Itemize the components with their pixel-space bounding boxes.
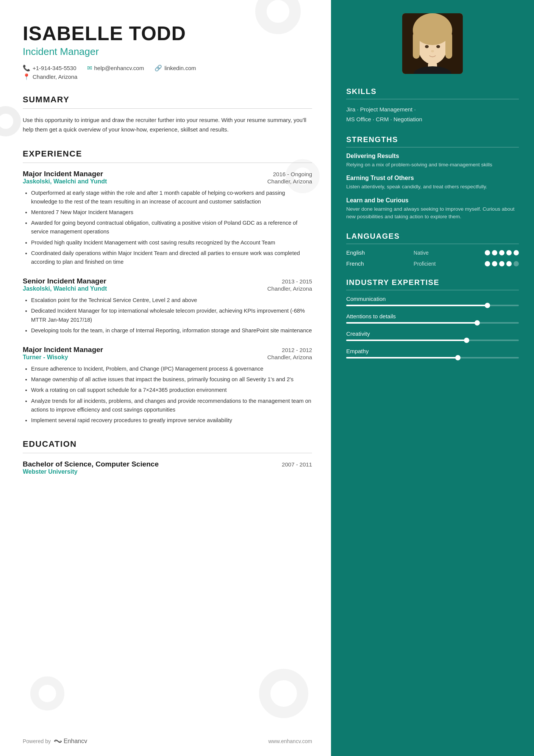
edu-dates: 2007 - 2011 <box>282 461 312 468</box>
deco-arc-bottom-right <box>259 669 308 718</box>
strength-2-title: Earning Trust of Others <box>346 175 519 182</box>
svg-point-10 <box>431 50 434 52</box>
job-1-company: Jaskolski, Waelchi and Yundt <box>23 178 107 185</box>
location-icon: 📍 <box>23 73 30 80</box>
enhancv-logo: Enhancv <box>54 738 87 745</box>
languages-title: LANGUAGES <box>346 232 519 244</box>
summary-title: SUMMARY <box>23 95 312 109</box>
job-2-company-row: Jaskolski, Waelchi and Yundt Chandler, A… <box>23 285 312 292</box>
lang-french-level: Proficient <box>414 261 448 267</box>
expertise-creativity-label: Creativity <box>346 330 519 337</box>
email-icon: ✉ <box>87 64 92 72</box>
skills-line-2: MS Office · CRM · Negotiation <box>346 114 519 124</box>
phone-number: +1-914-345-5530 <box>33 65 77 71</box>
expertise-communication-bar-bg <box>346 305 519 306</box>
expertise-section: INDUSTRY EXPERTISE Communication Attenti… <box>346 278 519 358</box>
edu-school: Webster University <box>23 468 312 475</box>
bullet-item: Coordinated daily operations within Majo… <box>31 249 312 266</box>
bullet-item: Mentored 7 New Major Incident Managers <box>31 208 312 217</box>
expertise-communication: Communication <box>346 296 519 306</box>
dot-2 <box>492 261 497 266</box>
job-3-title: Major Incident Manager <box>23 346 103 354</box>
job-3: Major Incident Manager 2012 - 2012 Turne… <box>23 346 312 425</box>
logo-icon <box>54 738 62 745</box>
expertise-attention: Attentions to details <box>346 313 519 324</box>
svg-point-9 <box>436 45 440 48</box>
expertise-empathy-bar-fill <box>346 357 458 358</box>
dot-5 <box>514 250 519 255</box>
job-3-company-row: Turner - Wisoky Chandler, Arizona <box>23 354 312 361</box>
bullet-item: Implement several rapid recovery procedu… <box>31 416 312 425</box>
edu-header: Bachelor of Science, Computer Science 20… <box>23 460 312 468</box>
photo-svg <box>402 13 463 74</box>
experience-title: EXPERIENCE <box>23 149 312 163</box>
lang-english: English Native <box>346 249 519 256</box>
footer-website: www.enhancv.com <box>269 738 312 744</box>
dot-3 <box>499 250 504 255</box>
website-url: linkedin.com <box>164 65 196 71</box>
dot-1 <box>485 250 490 255</box>
expertise-empathy-label: Empathy <box>346 348 519 354</box>
strength-3: Learn and be Curious Never done learning… <box>346 197 519 221</box>
resume-container: ISABELLE TODD Incident Manager 📞 +1-914-… <box>0 0 534 756</box>
dot-3 <box>499 261 504 266</box>
expertise-creativity-bar-fill <box>346 340 467 341</box>
expertise-attention-label: Attentions to details <box>346 313 519 319</box>
contact-location-row: 📍 Chandler, Arizona <box>23 73 312 80</box>
bullet-item: Developing tools for the team, in charge… <box>31 326 312 335</box>
bullet-item: Awarded for going beyond contractual obl… <box>31 219 312 236</box>
job-2: Senior Incident Manager 2013 - 2015 Jask… <box>23 277 312 335</box>
job-1-title: Major Incident Manager <box>23 170 103 178</box>
summary-section: SUMMARY Use this opportunity to intrigue… <box>23 95 312 135</box>
expertise-communication-label: Communication <box>346 296 519 302</box>
bullet-item: Manage ownership of all active issues th… <box>31 375 312 384</box>
job-3-location: Chandler, Arizona <box>267 354 312 360</box>
job-2-dates: 2013 - 2015 <box>282 278 312 285</box>
job-1-bullets: Outperformed at early stage within the r… <box>23 189 312 267</box>
strength-2: Earning Trust of Others Listen attentive… <box>346 175 519 191</box>
contact-website: 🔗 linkedin.com <box>155 64 196 72</box>
svg-point-5 <box>414 13 451 45</box>
job-1: Major Incident Manager 2016 - Ongoing Ja… <box>23 170 312 267</box>
dot-1 <box>485 261 490 266</box>
job-2-header: Senior Incident Manager 2013 - 2015 <box>23 277 312 285</box>
dot-5 <box>514 261 519 266</box>
contact-location: 📍 Chandler, Arizona <box>23 73 77 80</box>
lang-english-name: English <box>346 249 376 256</box>
job-3-dates: 2012 - 2012 <box>282 347 312 353</box>
bullet-item: Outperformed at early stage within the r… <box>31 189 312 206</box>
lang-french-dots <box>485 261 519 266</box>
job-3-bullets: Ensure adherence to Incident, Problem, a… <box>23 365 312 425</box>
dot-2 <box>492 250 497 255</box>
strength-3-title: Learn and be Curious <box>346 197 519 204</box>
footer-left: Powered by Enhancv <box>23 738 87 745</box>
contact-row: 📞 +1-914-345-5530 ✉ help@enhancv.com 🔗 l… <box>23 64 312 72</box>
right-column: SKILLS Jira · Project Management · MS Of… <box>331 0 534 756</box>
brand-name: Enhancv <box>64 738 87 745</box>
strength-1-title: Delivering Results <box>346 153 519 160</box>
job-3-header: Major Incident Manager 2012 - 2012 <box>23 346 312 354</box>
bullet-item: Escalation point for the Technical Servi… <box>31 296 312 305</box>
profile-photo <box>402 13 463 74</box>
powered-by-text: Powered by <box>23 738 51 744</box>
lang-english-level: Native <box>414 250 448 256</box>
experience-section: EXPERIENCE Major Incident Manager 2016 -… <box>23 149 312 425</box>
svg-point-8 <box>425 45 429 48</box>
job-3-company: Turner - Wisoky <box>23 354 68 361</box>
lang-english-dots <box>485 250 519 255</box>
phone-icon: 📞 <box>23 64 30 72</box>
strength-3-desc: Never done learning and always seeking t… <box>346 205 519 221</box>
expertise-empathy: Empathy <box>346 348 519 358</box>
left-column: ISABELLE TODD Incident Manager 📞 +1-914-… <box>0 0 331 756</box>
job-1-location: Chandler, Arizona <box>267 178 312 185</box>
header-title: Incident Manager <box>23 46 312 58</box>
location-text: Chandler, Arizona <box>33 74 77 80</box>
dot-4 <box>506 261 512 266</box>
skills-line-1: Jira · Project Management · <box>346 105 519 114</box>
strength-1-desc: Relying on a mix of problem-solving and … <box>346 161 519 169</box>
contact-phone: 📞 +1-914-345-5530 <box>23 64 77 72</box>
bullet-item: Work a rotating on call support schedule… <box>31 386 312 394</box>
deco-circle-bottom-left <box>30 676 64 711</box>
education-section: EDUCATION Bachelor of Science, Computer … <box>23 439 312 475</box>
footer: Powered by Enhancv www.enhancv.com <box>23 738 331 745</box>
